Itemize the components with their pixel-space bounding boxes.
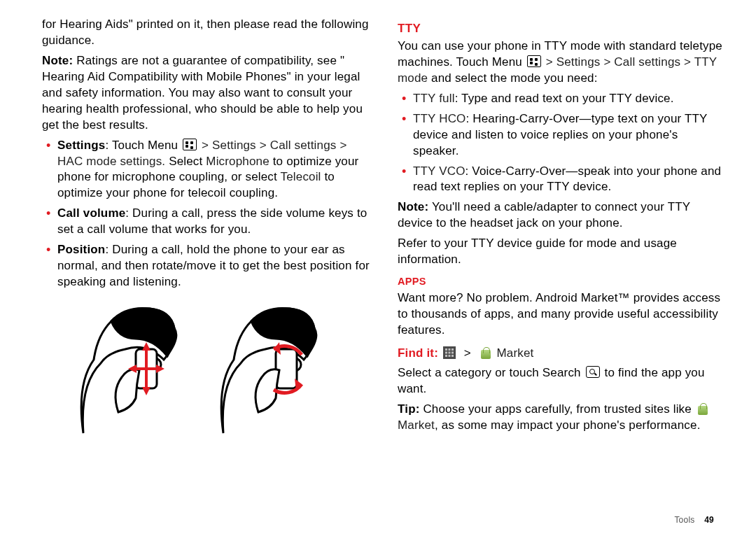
hac-list: Settings: Touch Menu > Settings > Call s… [42, 138, 370, 290]
tty-mode-label: TTY HCO [413, 112, 466, 125]
note-text: Ratings are not a guarantee of compatibi… [42, 54, 363, 132]
page-footer: Tools 49 [674, 515, 714, 525]
tty-refer: Refer to your TTY device guide for mode … [398, 236, 725, 268]
list-item: Settings: Touch Menu > Settings > Call s… [57, 138, 370, 202]
search-icon [586, 366, 600, 378]
market-bag-icon [696, 402, 709, 415]
left-column: for Hearing Aids" printed on it, then pl… [42, 17, 370, 519]
tty-mode-label: TTY full [413, 92, 455, 105]
menu-icon [183, 139, 197, 150]
hac-note: Note: Ratings are not a guarantee of com… [42, 53, 370, 134]
menu-icon [527, 55, 541, 67]
tip-post: , as some may impact your phone's perfor… [435, 418, 701, 432]
apps-select: Select a category or touch Search to fin… [398, 365, 725, 397]
gt-sep: > [461, 346, 475, 360]
illustration-svg [69, 300, 342, 440]
intro-text: for Hearing Aids" printed on it, then pl… [42, 17, 370, 49]
find-it-label: Find it: [398, 346, 438, 360]
apps-tip: Tip: Choose your apps carefully, from tr… [398, 402, 725, 434]
tty-mode-text: : Type and read text on your TTY device. [455, 92, 674, 105]
footer-page-number: 49 [704, 515, 714, 525]
item-pre: : Touch Menu [105, 139, 181, 152]
list-item: Position: During a call, hold the phone … [57, 242, 370, 290]
tip-pre: Choose your apps carefully, from trusted… [420, 402, 695, 416]
market-label: Market [497, 346, 534, 360]
tty-mode-label: TTY VCO [413, 164, 465, 178]
tip-label: Tip: [398, 402, 420, 416]
market-bag-icon [479, 346, 492, 359]
note-label: Note: [42, 54, 73, 67]
opt-microphone: Microphone [206, 155, 270, 168]
item-title: Call volume [57, 206, 125, 220]
list-item: TTY full: Type and read text on your TTY… [413, 91, 725, 107]
find-it-line: Find it: > Market [398, 346, 725, 362]
item-title: Position [57, 243, 105, 256]
apps-select-pre: Select a category or touch Search [398, 366, 584, 379]
tty-note-text: You'll need a cable/adapter to connect y… [398, 200, 690, 230]
tty-note: Note: You'll need a cable/adapter to con… [398, 199, 725, 232]
manual-page: for Hearing Aids" printed on it, then pl… [0, 0, 756, 536]
app-grid-icon [443, 346, 456, 359]
right-column: TTY You can use your phone in TTY mode w… [398, 17, 725, 519]
tty-intro-post: and select the mode you need: [428, 71, 597, 85]
apps-heading: Apps [398, 275, 725, 289]
item-title: Settings [57, 139, 105, 152]
tip-market: Market [398, 418, 435, 432]
list-item: TTY VCO: Voice-Carry-Over—speak into you… [413, 164, 725, 196]
note-label: Note: [398, 200, 428, 213]
item-mid: Select [165, 155, 206, 168]
list-item: TTY HCO: Hearing-Carry-Over—type text on… [413, 111, 725, 160]
svg-marker-3 [142, 387, 150, 395]
apps-intro: Want more? No problem. Android Market™ p… [398, 290, 725, 339]
tty-list: TTY full: Type and read text on your TTY… [398, 91, 725, 196]
footer-section: Tools [674, 515, 694, 525]
list-item: Call volume: During a call, press the si… [57, 206, 370, 238]
opt-telecoil: Telecoil [281, 170, 321, 183]
phone-position-illustration [42, 300, 370, 445]
svg-rect-7 [136, 367, 156, 370]
tty-intro: You can use your phone in TTY mode with … [398, 38, 725, 87]
svg-rect-9 [276, 349, 297, 388]
tty-heading: TTY [398, 21, 725, 37]
